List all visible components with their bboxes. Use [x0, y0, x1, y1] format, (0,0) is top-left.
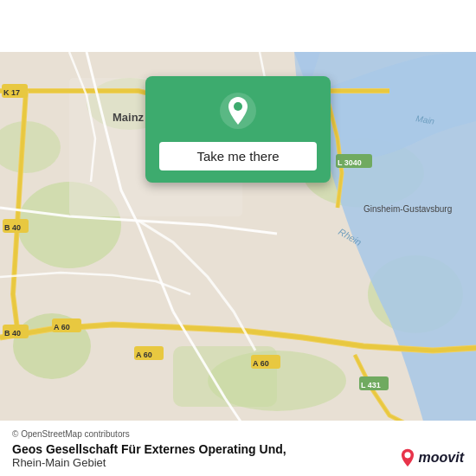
svg-text:L 431: L 431: [361, 381, 381, 389]
moovit-pin-icon: [398, 448, 417, 467]
svg-text:B 40: B 40: [4, 329, 21, 338]
location-subtitle: Rhein-Main Gebiet: [12, 456, 464, 469]
svg-text:B 40: B 40: [4, 223, 21, 232]
moovit-logo: moovit: [398, 448, 464, 467]
map-background: Rhein Main Main Mainz Ginsheim-Gustavsbu…: [0, 0, 476, 476]
take-me-there-button[interactable]: Take me there: [159, 142, 317, 170]
location-pin-icon: [219, 92, 257, 130]
map-container: Rhein Main Main Mainz Ginsheim-Gustavsbu…: [0, 0, 476, 476]
moovit-brand-text: moovit: [419, 450, 464, 466]
svg-text:A 60: A 60: [54, 323, 70, 331]
svg-point-39: [404, 452, 410, 458]
svg-text:A 60: A 60: [253, 359, 269, 368]
svg-text:Mainz: Mainz: [113, 111, 145, 124]
svg-text:L 3040: L 3040: [338, 158, 362, 167]
svg-text:Ginsheim-Gustavsburg: Ginsheim-Gustavsburg: [363, 204, 452, 214]
svg-text:K 17: K 17: [3, 88, 20, 97]
location-card: Take me there: [145, 76, 331, 183]
location-title: Geos Gesellschaft Für Externes Operating…: [12, 442, 464, 456]
copyright-text: © OpenStreetMap contributors: [12, 429, 464, 439]
bottom-info-panel: © OpenStreetMap contributors Geos Gesell…: [0, 421, 476, 476]
svg-text:A 60: A 60: [136, 351, 152, 359]
svg-point-38: [234, 102, 242, 111]
